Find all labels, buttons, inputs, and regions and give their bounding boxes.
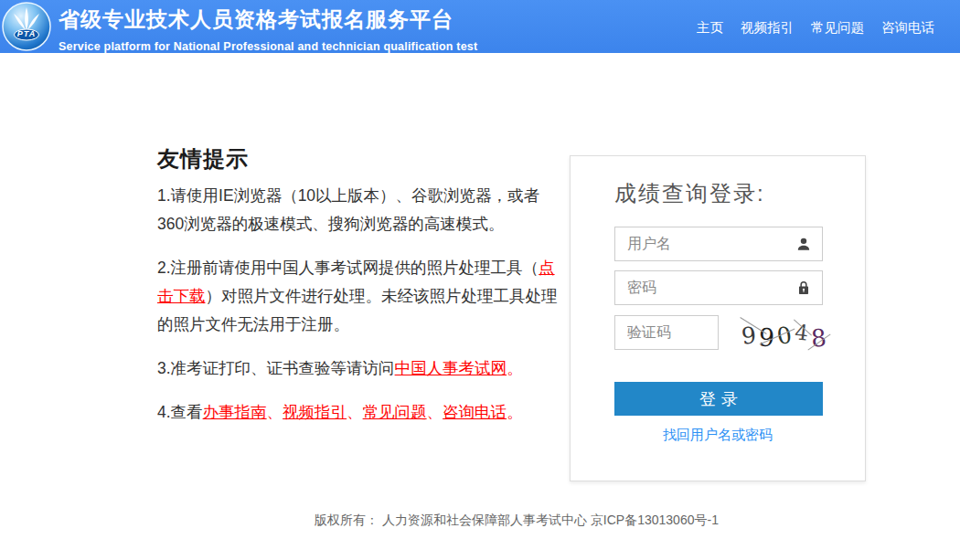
tips-heading: 友情提示: [157, 144, 558, 174]
pta-globe-icon: [2, 2, 51, 51]
tip4-separator: 、: [267, 403, 283, 421]
password-field-wrap: [614, 270, 823, 305]
forgot-credentials-link[interactable]: 找回用户名或密码: [571, 427, 865, 444]
login-panel-title: 成绩查询登录:: [614, 179, 765, 208]
username-field-wrap: [614, 227, 823, 261]
tip4-separator: 、: [347, 403, 363, 421]
site-title: 省级专业技术人员资格考试报名服务平台: [59, 5, 477, 34]
tip-item-4: 4.查看办事指南、视频指引、常见问题、咨询电话。: [157, 398, 558, 427]
tip4-period: 。: [507, 403, 523, 421]
faq-link[interactable]: 常见问题: [363, 403, 427, 421]
header: PTA 省级专业技术人员资格考试报名服务平台 Service platform …: [0, 0, 960, 53]
nav-home-link[interactable]: 主页: [697, 19, 723, 37]
user-icon: [795, 236, 812, 252]
captcha-image[interactable]: 9 9 0 4 8: [732, 317, 835, 354]
tip-item-2: 2.注册前请使用中国人事考试网提供的照片处理工具（点击下载）对照片文件进行处理。…: [157, 254, 558, 339]
logo-pta-label: PTA: [2, 29, 51, 38]
tip3-period: 。: [507, 359, 523, 377]
login-button[interactable]: 登录: [614, 382, 823, 416]
nav-faq-link[interactable]: 常见问题: [811, 19, 864, 37]
nav-hotline-link[interactable]: 咨询电话: [881, 19, 934, 37]
username-input[interactable]: [614, 227, 823, 261]
tip-item-1: 1.请使用IE浏览器（10以上版本）、谷歌浏览器，或者360浏览器的极速模式、搜…: [157, 182, 558, 238]
tip4-text-pre: 4.查看: [157, 403, 203, 421]
tip1-text: 1.请使用IE浏览器（10以上版本）、谷歌浏览器，或者360浏览器的极速模式、搜…: [157, 186, 539, 233]
password-input[interactable]: [614, 270, 823, 305]
captcha-field-wrap: [614, 315, 719, 350]
site-subtitle: Service platform for National Profession…: [59, 40, 477, 53]
tip4-separator: 、: [427, 403, 443, 421]
score-query-login-panel: 成绩查询登录: 9 9 0 4 8 登录 找回用户名或密码: [570, 155, 866, 481]
video-guide-link[interactable]: 视频指引: [283, 403, 347, 421]
captcha-input[interactable]: [614, 315, 719, 350]
header-titles: 省级专业技术人员资格考试报名服务平台 Service platform for …: [59, 5, 477, 53]
nav-video-guide-link[interactable]: 视频指引: [741, 19, 794, 37]
logo: PTA: [2, 2, 51, 51]
tip3-text-pre: 3.准考证打印、证书查验等请访问: [157, 359, 395, 377]
hotline-link[interactable]: 咨询电话: [443, 403, 507, 421]
service-guide-link[interactable]: 办事指南: [203, 403, 267, 421]
tip2-text-post: ）对照片文件进行处理。未经该照片处理工具处理的照片文件无法用于注册。: [157, 287, 558, 333]
tip-item-3: 3.准考证打印、证书查验等请访问中国人事考试网。: [157, 354, 558, 383]
cpta-site-link[interactable]: 中国人事考试网: [395, 359, 507, 377]
friendly-tips-section: 友情提示 1.请使用IE浏览器（10以上版本）、谷歌浏览器，或者360浏览器的极…: [157, 144, 558, 442]
footer-copyright: 版权所有： 人力资源和社会保障部人事考试中心 京ICP备13013060号-1: [0, 512, 960, 529]
header-nav: 主页 视频指引 常见问题 咨询电话: [697, 19, 934, 37]
lock-icon: [795, 280, 812, 296]
tip2-text-pre: 2.注册前请使用中国人事考试网提供的照片处理工具（: [157, 259, 539, 277]
